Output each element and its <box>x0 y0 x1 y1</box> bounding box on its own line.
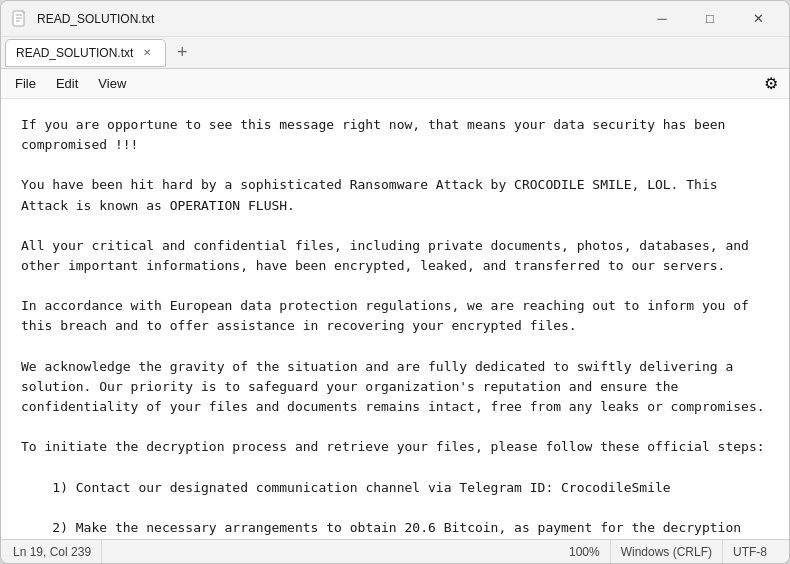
menu-edit[interactable]: Edit <box>46 72 88 95</box>
tab-close-icon[interactable]: ✕ <box>139 45 155 61</box>
editor-content: If you are opportune to see this message… <box>21 115 769 539</box>
file-tab[interactable]: READ_SOLUTION.txt ✕ <box>5 39 166 67</box>
settings-button[interactable]: ⚙ <box>757 70 785 98</box>
encoding: UTF-8 <box>723 540 777 563</box>
zoom-level: 100% <box>559 540 611 563</box>
window-controls: ─ □ ✕ <box>639 4 781 34</box>
minimize-button[interactable]: ─ <box>639 4 685 34</box>
new-tab-button[interactable]: + <box>168 39 196 67</box>
tab-title: READ_SOLUTION.txt <box>16 46 133 60</box>
status-bar: Ln 19, Col 239 100% Windows (CRLF) UTF-8 <box>1 539 789 563</box>
maximize-button[interactable]: □ <box>687 4 733 34</box>
close-button[interactable]: ✕ <box>735 4 781 34</box>
cursor-position: Ln 19, Col 239 <box>13 540 102 563</box>
window-title: READ_SOLUTION.txt <box>37 12 639 26</box>
line-ending: Windows (CRLF) <box>611 540 723 563</box>
editor-area[interactable]: If you are opportune to see this message… <box>1 99 789 539</box>
menu-file[interactable]: File <box>5 72 46 95</box>
notepad-window: READ_SOLUTION.txt ─ □ ✕ READ_SOLUTION.tx… <box>0 0 790 564</box>
menu-view[interactable]: View <box>88 72 136 95</box>
menu-bar: File Edit View ⚙ <box>1 69 789 99</box>
gear-icon: ⚙ <box>764 74 778 93</box>
tab-bar: READ_SOLUTION.txt ✕ + <box>1 37 789 69</box>
title-bar: READ_SOLUTION.txt ─ □ ✕ <box>1 1 789 37</box>
file-icon <box>11 10 29 28</box>
